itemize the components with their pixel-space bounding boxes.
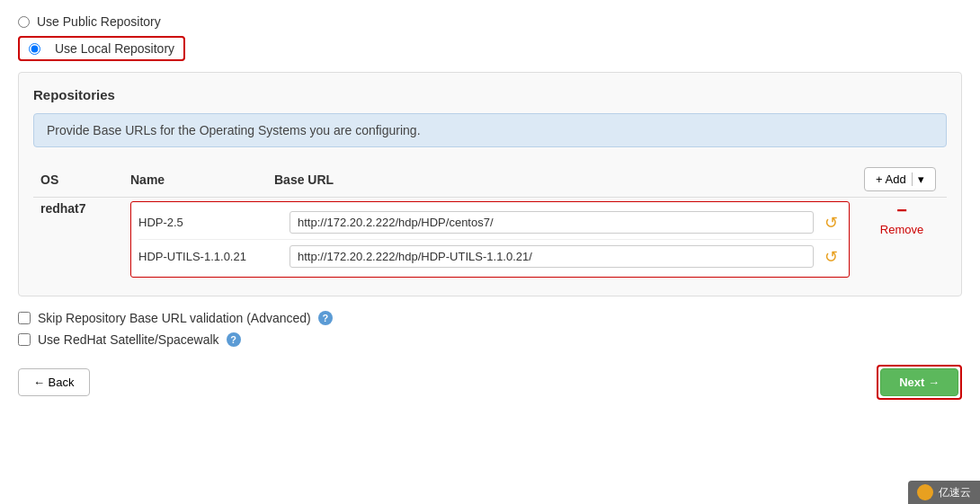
- public-repo-label[interactable]: Use Public Repository: [37, 14, 161, 29]
- col-actions-header: + Add ▾: [857, 162, 947, 198]
- repo-entries-box: HDP-2.5 ↺ HDP-UTILS-1.1.0.21 ↺: [130, 201, 850, 278]
- repo-entry-1: HDP-2.5 ↺: [131, 206, 849, 239]
- local-repo-selected-box: Use Local Repository: [18, 36, 185, 61]
- next-btn-container: Next →: [877, 365, 962, 400]
- next-button[interactable]: Next →: [880, 368, 958, 396]
- remove-cell: − Remove: [857, 198, 947, 282]
- satellite-row: Use RedHat Satellite/Spacewalk ?: [18, 332, 962, 347]
- col-name-header: Name: [123, 162, 267, 198]
- reset-button-2[interactable]: ↺: [821, 247, 842, 267]
- col-baseurl-header: Base URL: [267, 162, 857, 198]
- remove-btn-container: − Remove: [864, 201, 940, 236]
- info-box: Provide Base URLs for the Operating Syst…: [33, 113, 947, 147]
- public-repo-radio[interactable]: [18, 16, 30, 28]
- reset-button-1[interactable]: ↺: [821, 213, 842, 233]
- local-repo-radio[interactable]: [29, 43, 40, 55]
- radio-section: Use Public Repository Use Local Reposito…: [18, 14, 962, 61]
- os-cell: redhat7: [33, 198, 123, 282]
- remove-minus-icon[interactable]: −: [896, 201, 907, 219]
- add-caret-icon: ▾: [912, 172, 924, 186]
- skip-validation-row: Skip Repository Base URL validation (Adv…: [18, 311, 962, 325]
- back-button[interactable]: ← Back: [18, 368, 90, 396]
- watermark-logo: [917, 484, 933, 500]
- entries-cell: HDP-2.5 ↺ HDP-UTILS-1.1.0.21 ↺: [123, 198, 857, 282]
- col-os-header: OS: [33, 162, 123, 198]
- repo-table: OS Name Base URL + Add ▾ redhat7: [33, 162, 947, 281]
- info-text: Provide Base URLs for the Operating Syst…: [47, 123, 421, 137]
- repo-name-1: HDP-2.5: [138, 216, 282, 229]
- repo-entry-2: HDP-UTILS-1.1.0.21 ↺: [131, 240, 849, 273]
- satellite-help-icon[interactable]: ?: [227, 332, 241, 347]
- os-name: redhat7: [40, 201, 86, 216]
- footer-buttons: ← Back Next →: [18, 365, 962, 400]
- skip-validation-checkbox[interactable]: [18, 312, 31, 324]
- main-container: Use Public Repository Use Local Reposito…: [0, 0, 980, 414]
- local-repo-label[interactable]: Use Local Repository: [55, 41, 174, 56]
- watermark: 亿速云: [908, 481, 980, 504]
- public-repo-option[interactable]: Use Public Repository: [18, 14, 962, 29]
- remove-label[interactable]: Remove: [880, 223, 923, 236]
- repositories-section: Repositories Provide Base URLs for the O…: [18, 72, 962, 296]
- satellite-checkbox[interactable]: [18, 333, 31, 346]
- repositories-title: Repositories: [33, 87, 947, 102]
- skip-validation-label[interactable]: Skip Repository Base URL validation (Adv…: [38, 311, 311, 325]
- local-repo-option[interactable]: Use Local Repository: [18, 36, 962, 61]
- checkboxes-section: Skip Repository Base URL validation (Adv…: [18, 311, 962, 347]
- add-button-label: + Add: [876, 172, 906, 186]
- watermark-text: 亿速云: [939, 485, 971, 500]
- repo-url-input-1[interactable]: [290, 211, 814, 234]
- repo-name-2: HDP-UTILS-1.1.0.21: [138, 250, 282, 263]
- satellite-label[interactable]: Use RedHat Satellite/Spacewalk: [38, 332, 219, 347]
- add-button[interactable]: + Add ▾: [864, 167, 936, 191]
- skip-help-icon[interactable]: ?: [318, 311, 333, 325]
- repo-url-input-2[interactable]: [290, 245, 814, 268]
- table-row: redhat7 HDP-2.5 ↺: [33, 198, 947, 282]
